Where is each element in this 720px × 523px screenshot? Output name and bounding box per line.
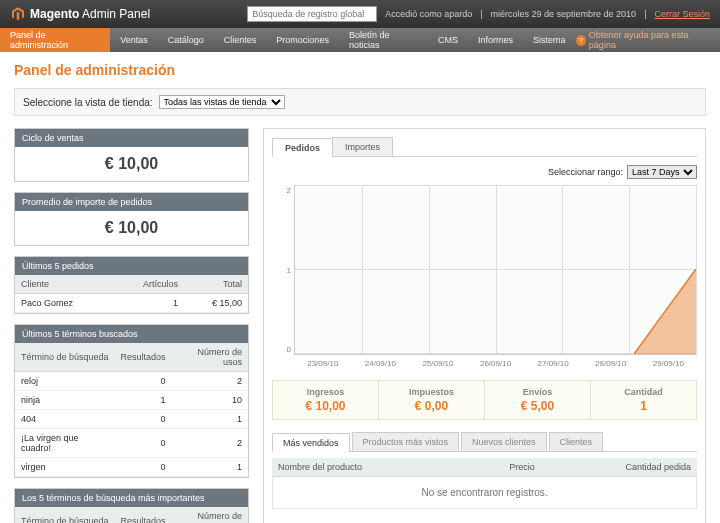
kpi-value: € 0,00	[383, 399, 480, 413]
nav-item[interactable]: Promociones	[266, 28, 339, 52]
table-row[interactable]: ninja110	[15, 391, 248, 410]
kpi-label: Cantidad	[595, 387, 692, 397]
col-header: Total	[184, 275, 248, 294]
sales-cycle-box: Ciclo de ventas € 10,00	[14, 128, 249, 182]
x-tick: 28/09/10	[582, 359, 640, 368]
col-header: Nombre del producto	[272, 458, 465, 477]
help-link[interactable]: ?Obtener ayuda para esta página	[576, 30, 720, 50]
logo: Magento Admin Panel	[10, 6, 150, 22]
sep: |	[480, 9, 482, 19]
store-select[interactable]: Todas las vistas de tienda	[159, 95, 285, 109]
sub-tabs: Más vendidosProductos más vistosNuevos c…	[272, 432, 697, 452]
global-search-input[interactable]	[247, 6, 377, 22]
kpi-label: Impuestos	[383, 387, 480, 397]
x-tick: 29/09/10	[639, 359, 697, 368]
brand-text: Magento Admin Panel	[30, 7, 150, 21]
sep: |	[644, 9, 646, 19]
x-tick: 25/09/10	[409, 359, 467, 368]
range-label: Seleccionar rango:	[548, 167, 623, 177]
col-header: Cliente	[15, 275, 112, 294]
nav-item[interactable]: Panel de administración	[0, 28, 110, 52]
kpi-value: € 10,00	[277, 399, 374, 413]
kpi-value: 1	[595, 399, 692, 413]
product-table: Nombre del productoPrecioCantidad pedida	[272, 458, 697, 477]
nav-item[interactable]: Clientes	[214, 28, 267, 52]
avg-order-box: Promedio de importe de pedidos € 10,00	[14, 192, 249, 246]
x-tick: 24/09/10	[352, 359, 410, 368]
col-header: Resultados	[115, 507, 172, 523]
magento-icon	[10, 6, 26, 22]
kpi-value: € 5,00	[489, 399, 586, 413]
kpi: Ingresos€ 10,00	[273, 381, 379, 419]
col-header: Término de búsqueda	[15, 507, 115, 523]
x-tick: 23/09/10	[294, 359, 352, 368]
nav-item[interactable]: Ventas	[110, 28, 158, 52]
box-title: Los 5 términos de búsqueda más important…	[15, 489, 248, 507]
nav-item[interactable]: Sistema	[523, 28, 576, 52]
date-text: miércoles 29 de septiembre de 2010	[491, 9, 637, 19]
right-panel: PedidosImportes Seleccionar rango: Last …	[263, 128, 706, 523]
table-row[interactable]: 40401	[15, 410, 248, 429]
table-row[interactable]: Paco Gomez1€ 15,00	[15, 294, 248, 313]
table-row[interactable]: reloj02	[15, 372, 248, 391]
col-header: Número de usos	[172, 507, 248, 523]
header-right: Accedió como apardo | miércoles 29 de se…	[247, 6, 710, 22]
svg-line-0	[634, 269, 696, 354]
left-column: Ciclo de ventas € 10,00 Promedio de impo…	[14, 128, 249, 523]
box-title: Últimos 5 pedidos	[15, 257, 248, 275]
nav-item[interactable]: Catálogo	[158, 28, 214, 52]
col-header: Término de búsqueda	[15, 343, 115, 372]
table-row[interactable]: ¡La virgen que cuadro!02	[15, 429, 248, 458]
subtab[interactable]: Productos más vistos	[352, 432, 460, 451]
col-header: Precio	[465, 458, 541, 477]
store-switcher: Seleccione la vista de tienda: Todas las…	[14, 88, 706, 116]
tab[interactable]: Importes	[332, 137, 393, 156]
x-tick: 27/09/10	[524, 359, 582, 368]
col-header: Artículos	[112, 275, 184, 294]
store-label: Seleccione la vista de tienda:	[23, 97, 153, 108]
box-title: Últimos 5 términos buscados	[15, 325, 248, 343]
logout-link[interactable]: Cerrar Sesión	[654, 9, 710, 19]
no-records-text: No se encontraron registros.	[272, 477, 697, 509]
col-header: Cantidad pedida	[541, 458, 697, 477]
kpi: Envíos€ 5,00	[485, 381, 591, 419]
kpi: Impuestos€ 0,00	[379, 381, 485, 419]
nav-item[interactable]: Informes	[468, 28, 523, 52]
subtab[interactable]: Clientes	[549, 432, 604, 451]
box-title: Ciclo de ventas	[15, 129, 248, 147]
chart-line	[634, 269, 696, 354]
page-title: Panel de administración	[14, 62, 706, 78]
avg-order-value: € 10,00	[23, 219, 240, 237]
col-header: Resultados	[115, 343, 172, 372]
subtab[interactable]: Más vendidos	[272, 433, 350, 452]
nav-item[interactable]: Boletín de noticias	[339, 28, 428, 52]
nav-item[interactable]: CMS	[428, 28, 468, 52]
chart-tabs: PedidosImportes	[272, 137, 697, 157]
sales-cycle-value: € 10,00	[23, 155, 240, 173]
header-bar: Magento Admin Panel Accedió como apardo …	[0, 0, 720, 28]
box-title: Promedio de importe de pedidos	[15, 193, 248, 211]
main-nav: Panel de administraciónVentasCatálogoCli…	[0, 28, 720, 52]
kpi: Cantidad1	[591, 381, 696, 419]
top-searches-box: Los 5 términos de búsqueda más important…	[14, 488, 249, 523]
last-searches-box: Últimos 5 términos buscados Término de b…	[14, 324, 249, 478]
help-icon: ?	[576, 35, 586, 46]
table-row[interactable]: virgen01	[15, 458, 248, 477]
kpi-label: Ingresos	[277, 387, 374, 397]
col-header: Número de usos	[172, 343, 248, 372]
login-as-text: Accedió como apardo	[385, 9, 472, 19]
kpi-row: Ingresos€ 10,00Impuestos€ 0,00Envíos€ 5,…	[272, 380, 697, 420]
tab[interactable]: Pedidos	[272, 138, 333, 157]
x-tick: 26/09/10	[467, 359, 525, 368]
range-select[interactable]: Last 7 Days	[627, 165, 697, 179]
last-orders-box: Últimos 5 pedidos ClienteArtículosTotalP…	[14, 256, 249, 314]
subtab[interactable]: Nuevos clientes	[461, 432, 547, 451]
kpi-label: Envíos	[489, 387, 586, 397]
orders-chart: 210	[294, 185, 697, 355]
